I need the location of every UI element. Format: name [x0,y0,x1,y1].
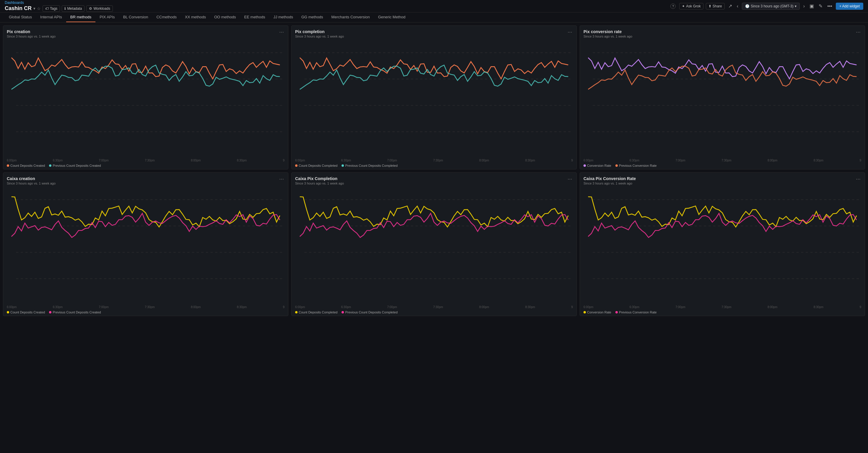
edit-icon[interactable]: ✎ [817,2,824,10]
x-label: 8:30pm [237,159,247,162]
panel-menu-button-pix-conversion-rate[interactable]: ⋯ [855,29,861,35]
external-link-icon[interactable]: ↗ [727,2,733,10]
legend-dot [295,311,298,313]
x-label: 6:00pm [584,159,593,162]
legend-dot [615,311,618,313]
add-widget-button[interactable]: + Add widget [836,3,863,10]
panel-menu-button-caixa-creation[interactable]: ⋯ [279,176,284,182]
legend-item: Previous Count Deposits Created [49,310,101,314]
x-label: 8:00pm [479,159,489,162]
panel-title-block-caixa-pix-conversion-rate: Caixa Pix Conversion RateSince 3 hours a… [584,176,636,185]
navtab-global-status[interactable]: Global Status [5,12,36,22]
app-title: Cashin CR ▾ [5,5,35,11]
chevron-right-button[interactable]: › [802,2,806,10]
workloads-label: Workloads [93,6,110,11]
navtab-xx-methods[interactable]: XX methods [181,12,210,22]
panel-subtitle-pix-conversion-rate: Since 3 hours ago vs. 1 week ago [584,35,632,38]
navtab-oo-methods[interactable]: OO methods [210,12,240,22]
x-label: 6:00pm [295,159,305,162]
time-range-label: Since 3 hours ago (GMT-3) [751,4,794,8]
panel-pix-conversion-rate: Pix conversion rateSince 3 hours ago vs.… [580,25,865,169]
navtab-generic-method[interactable]: Generic Method [374,12,410,22]
navtab-jj-methods[interactable]: JJ methods [269,12,297,22]
navtab-ee-methods[interactable]: EE methods [240,12,270,22]
legend-label: Previous Conversion Rate [619,164,657,167]
navtab-pix-apis[interactable]: PIX APIs [95,12,119,22]
x-label: 6:30pm [341,306,351,309]
panel-header-pix-conversion-rate: Pix conversion rateSince 3 hours ago vs.… [584,29,861,38]
x-axis-labels-pix-conversion-rate: 6:00pm6:30pm7:00pm7:30pm8:00pm8:30pm9 [584,158,861,163]
dashboards-link[interactable]: Dashboards [5,1,113,5]
star-icon[interactable]: ☆ [37,6,41,11]
legend-dot [615,164,618,167]
x-label: 7:00pm [99,306,108,309]
panel-header-pix-creation: Pix creationSince 3 hours ago vs. 1 week… [7,29,284,38]
panel-menu-button-pix-completion[interactable]: ⋯ [567,29,573,35]
workloads-button[interactable]: ⚙ Workloads [86,5,113,12]
ask-grok-button[interactable]: ✦ Ask Grok [679,3,703,9]
legend-item: Count Deposits Created [7,310,45,314]
time-range-selector[interactable]: 🕐 Since 3 hours ago (GMT-3) ▾ [742,3,800,10]
chart-area-pix-creation [7,41,284,157]
x-label: 7:00pm [387,306,397,309]
more-options-button[interactable]: ••• [826,2,833,10]
navtab-bl-conversion[interactable]: BL Conversion [119,12,152,22]
legend-pix-conversion-rate: Conversion RatePrevious Conversion Rate [584,164,861,167]
panel-title-pix-creation: Pix creation [7,29,56,34]
legend-label: Count Deposits Created [10,164,45,167]
x-label: 7:30pm [145,159,155,162]
help-button[interactable]: ? [669,2,677,10]
legend-label: Conversion Rate [587,310,611,314]
navtab-internal-apis[interactable]: Internal APIs [36,12,66,22]
legend-dot [49,311,52,313]
x-label: 8:30pm [525,306,535,309]
panel-menu-button-pix-creation[interactable]: ⋯ [279,29,284,35]
x-label: 8:30pm [237,306,247,309]
legend-item: Conversion Rate [584,310,611,314]
x-label: 6:00pm [7,306,17,309]
clock-icon: 🕐 [745,4,749,8]
x-label: 8:00pm [191,159,200,162]
x-label: 7:00pm [675,159,685,162]
x-label: 8:30pm [814,159,824,162]
x-label: 8:00pm [768,306,777,309]
navtab-br-methods[interactable]: BR methods [66,12,96,22]
navtab-merchants-conversion[interactable]: Merchants Conversion [327,12,374,22]
monitor-icon[interactable]: ▣ [808,2,815,10]
x-axis-labels-pix-completion: 6:00pm6:30pm7:00pm7:30pm8:00pm8:30pm9 [295,158,573,163]
panel-menu-button-caixa-pix-completion[interactable]: ⋯ [567,176,573,182]
chart-area-caixa-pix-completion [295,188,573,304]
navtab-gg-methods[interactable]: GG methods [297,12,327,22]
x-label: 8:30pm [814,306,824,309]
legend-item: Previous Count Deposits Created [49,164,101,167]
tags-button[interactable]: 🏷 Tags [42,5,60,12]
panel-subtitle-caixa-creation: Since 3 hours ago vs. 1 week ago [7,181,56,185]
panel-subtitle-caixa-pix-conversion-rate: Since 3 hours ago vs. 1 week ago [584,181,636,185]
legend-label: Previous Count Deposits Created [53,164,101,167]
ask-grok-label: Ask Grok [686,4,701,8]
legend-dot [584,164,586,167]
legend-label: Count Deposits Completed [299,310,337,314]
share-icon: ⬆ [709,4,711,8]
x-label: 7:00pm [675,306,685,309]
panel-caixa-pix-completion: Caixa Pix CompletionSince 3 hours ago vs… [291,172,577,316]
metadata-button[interactable]: ℹ Metadata [62,5,85,12]
legend-item: Count Deposits Completed [295,310,337,314]
x-label: 7:30pm [433,306,443,309]
x-label: 7:00pm [387,159,397,162]
tags-label: Tags [50,6,57,11]
add-widget-label: + Add widget [839,4,860,8]
share-button[interactable]: ⬆ Share [706,3,725,9]
navtab-ccmethods[interactable]: CCmethods [152,12,181,22]
x-axis-labels-caixa-pix-completion: 6:00pm6:30pm7:00pm7:30pm8:00pm8:30pm9 [295,305,573,309]
x-label: 8:00pm [479,306,489,309]
x-label: 8:00pm [768,159,777,162]
x-label: 9 [571,159,573,162]
legend-label: Conversion Rate [587,164,611,167]
x-label: 8:30pm [525,159,535,162]
panel-menu-button-caixa-pix-conversion-rate[interactable]: ⋯ [855,176,861,182]
panel-title-block-caixa-creation: Caixa creationSince 3 hours ago vs. 1 we… [7,176,56,185]
legend-dot [7,311,9,313]
x-label: 6:30pm [629,159,639,162]
chevron-left-button[interactable]: ‹ [736,2,740,10]
